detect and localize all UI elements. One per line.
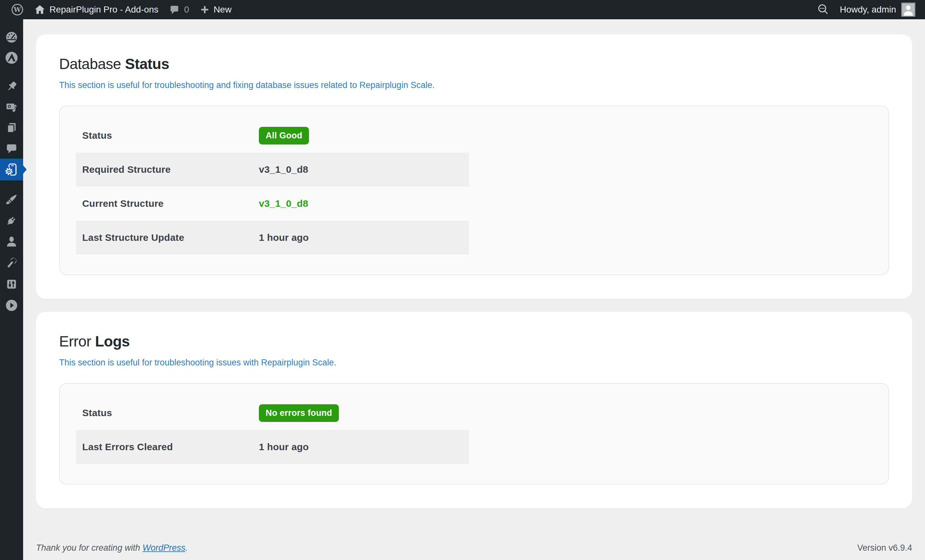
table-row: Last Structure Update 1 hour ago	[76, 221, 469, 254]
plugin-a-logo-icon	[5, 51, 19, 65]
error-logs-panel: Status No errors found Last Errors Clear…	[59, 383, 889, 485]
row-label: Current Structure	[82, 198, 259, 209]
row-label: Last Errors Cleared	[82, 441, 259, 452]
avatar	[901, 3, 915, 17]
row-value: 1 hour ago	[259, 441, 309, 452]
sidebar-item-users[interactable]	[0, 231, 23, 252]
sidebar-item-tools[interactable]	[0, 252, 23, 274]
table-row: Status No errors found	[76, 396, 469, 430]
footer-thanks: Thank you for creating with WordPress.	[36, 543, 188, 553]
sidebar-item-plugins[interactable]	[0, 210, 23, 231]
wordpress-link[interactable]: WordPress	[143, 543, 186, 552]
dashboard-icon	[5, 30, 18, 44]
row-value: v3_1_0_d8	[259, 164, 308, 175]
sidebar-item-settings[interactable]	[0, 274, 23, 295]
row-value: All Good	[259, 127, 309, 145]
sidebar-item-pages[interactable]	[0, 117, 23, 138]
comments-icon	[5, 142, 18, 155]
howdy-text: Howdy, admin	[840, 5, 896, 15]
sidebar-item-repairplugin-active[interactable]	[0, 159, 23, 181]
database-status-panel: Status All Good Required Structure v3_1_…	[59, 105, 889, 275]
row-value-green: v3_1_0_d8	[259, 198, 308, 209]
svg-text:W: W	[14, 6, 21, 14]
sidebar-separator	[0, 68, 23, 77]
search-icon[interactable]	[812, 0, 835, 19]
table-row: Required Structure v3_1_0_d8	[76, 152, 469, 187]
row-label: Status	[82, 130, 259, 141]
table-row: Last Errors Cleared 1 hour ago	[76, 430, 469, 464]
row-value: No errors found	[259, 404, 339, 422]
row-label: Required Structure	[82, 164, 259, 175]
table-row: Current Structure v3_1_0_d8	[76, 187, 469, 221]
admin-sidebar	[0, 19, 23, 560]
posts-pin-icon	[5, 80, 18, 93]
table-row: Status All Good	[76, 119, 469, 152]
media-icon	[5, 101, 18, 114]
site-name: RepairPlugin Pro - Add-ons	[50, 5, 158, 15]
repairplugin-phone-gear-icon	[4, 162, 19, 177]
settings-sliders-icon	[5, 277, 18, 291]
plugins-plug-icon	[5, 214, 18, 227]
comments-menu[interactable]: 0	[163, 0, 194, 19]
sidebar-item-media[interactable]	[0, 97, 23, 117]
plus-icon	[199, 5, 210, 15]
site-menu[interactable]: RepairPlugin Pro - Add-ons	[29, 0, 163, 19]
new-label: New	[214, 5, 232, 15]
sidebar-item-collapse[interactable]	[0, 295, 23, 316]
admin-bar: W RepairPlugin Pro - Add-ons 0	[0, 0, 925, 19]
error-logs-subtitle: This section is useful for troubleshooti…	[59, 357, 889, 368]
tools-wrench-icon	[5, 256, 18, 270]
status-badge: All Good	[259, 127, 309, 145]
home-icon	[34, 4, 45, 15]
row-label: Last Structure Update	[82, 232, 259, 243]
users-icon	[5, 235, 18, 248]
sidebar-separator	[0, 181, 23, 189]
pages-icon	[5, 121, 18, 134]
collapse-menu-icon	[5, 298, 19, 312]
new-content-menu[interactable]: New	[194, 0, 237, 19]
error-logs-title: Error Logs	[59, 332, 889, 351]
sidebar-item-dashboard[interactable]	[0, 27, 23, 48]
comments-count: 0	[184, 5, 189, 15]
footer-version: Version v6.9.4	[857, 543, 912, 553]
sidebar-item-posts[interactable]	[0, 77, 23, 97]
sidebar-item-plugin-a[interactable]	[0, 48, 23, 68]
admin-bar-right: Howdy, admin	[812, 0, 925, 19]
account-menu[interactable]: Howdy, admin	[835, 0, 920, 19]
comment-bubble-icon	[169, 4, 180, 15]
status-badge: No errors found	[259, 404, 339, 422]
database-status-card: Database Status This section is useful f…	[36, 35, 912, 299]
database-status-title: Database Status	[59, 54, 889, 74]
admin-footer: Thank you for creating with WordPress. V…	[23, 543, 925, 553]
sidebar-item-appearance[interactable]	[0, 189, 23, 210]
sidebar-item-comments[interactable]	[0, 138, 23, 159]
database-status-subtitle: This section is useful for troubleshooti…	[59, 79, 889, 91]
row-value: 1 hour ago	[259, 232, 309, 243]
row-label: Status	[82, 408, 259, 418]
wordpress-logo-icon[interactable]: W	[6, 0, 29, 19]
appearance-brush-icon	[5, 193, 18, 206]
admin-bar-left: W RepairPlugin Pro - Add-ons 0	[0, 0, 237, 19]
main-content: Database Status This section is useful f…	[23, 19, 925, 560]
error-logs-card: Error Logs This section is useful for tr…	[36, 312, 912, 508]
